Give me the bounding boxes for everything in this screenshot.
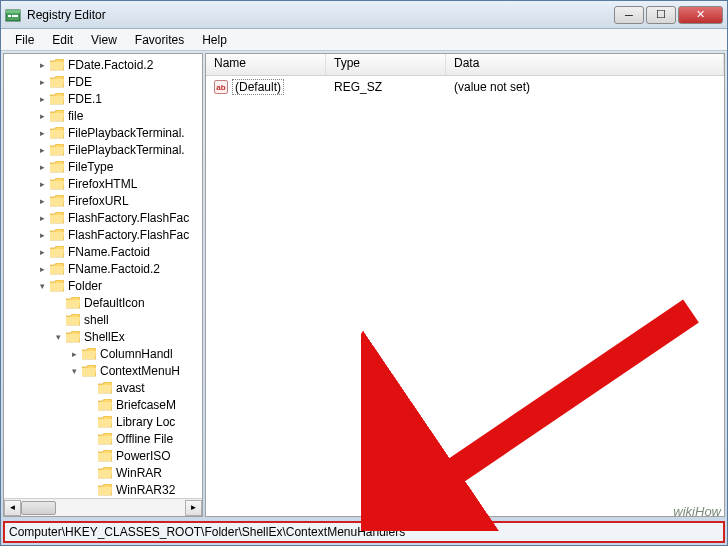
tree-leaf-spacer <box>52 314 64 326</box>
chevron-right-icon[interactable]: ▸ <box>36 93 48 105</box>
folder-icon <box>98 484 112 496</box>
tree-item[interactable]: ▾ContextMenuH <box>4 362 202 379</box>
menu-view[interactable]: View <box>83 31 125 49</box>
folder-icon <box>98 467 112 479</box>
tree-item-label: FilePlaybackTerminal. <box>68 143 185 157</box>
folder-icon <box>50 263 64 275</box>
folder-icon <box>66 331 80 343</box>
tree-item[interactable]: Offline File <box>4 430 202 447</box>
scroll-track[interactable] <box>21 500 185 516</box>
maximize-button[interactable]: ☐ <box>646 6 676 24</box>
list-body[interactable]: ab(Default)REG_SZ(value not set) <box>206 76 724 516</box>
scroll-right-button[interactable]: ► <box>185 500 202 516</box>
tree-item-label: FilePlaybackTerminal. <box>68 126 185 140</box>
tree-item[interactable]: ▸FilePlaybackTerminal. <box>4 124 202 141</box>
tree-item-label: FileType <box>68 160 113 174</box>
status-bar: Computer\HKEY_CLASSES_ROOT\Folder\ShellE… <box>3 521 725 543</box>
close-button[interactable]: ✕ <box>678 6 723 24</box>
chevron-right-icon[interactable]: ▸ <box>36 76 48 88</box>
tree-leaf-spacer <box>84 467 96 479</box>
folder-icon <box>50 246 64 258</box>
scroll-left-button[interactable]: ◄ <box>4 500 21 516</box>
window-title: Registry Editor <box>27 8 614 22</box>
tree-view[interactable]: ▸FDate.Factoid.2▸FDE▸FDE.1▸file▸FilePlay… <box>4 54 202 498</box>
tree-item[interactable]: ▸file <box>4 107 202 124</box>
tree-item[interactable]: ▸FileType <box>4 158 202 175</box>
tree-item[interactable]: ▸FirefoxHTML <box>4 175 202 192</box>
svg-rect-3 <box>12 15 18 17</box>
chevron-right-icon[interactable]: ▸ <box>36 110 48 122</box>
folder-icon <box>98 416 112 428</box>
tree-item[interactable]: WinRAR <box>4 464 202 481</box>
tree-item[interactable]: PowerISO <box>4 447 202 464</box>
tree-item[interactable]: WinRAR32 <box>4 481 202 498</box>
tree-pane: ▸FDate.Factoid.2▸FDE▸FDE.1▸file▸FilePlay… <box>3 53 203 517</box>
tree-item[interactable]: ▸FlashFactory.FlashFac <box>4 226 202 243</box>
chevron-right-icon[interactable]: ▸ <box>36 263 48 275</box>
tree-item-label: FlashFactory.FlashFac <box>68 228 189 242</box>
tree-item-label: BriefcaseM <box>116 398 176 412</box>
chevron-right-icon[interactable]: ▸ <box>36 229 48 241</box>
scroll-thumb[interactable] <box>21 501 56 515</box>
tree-item[interactable]: ▸FDE <box>4 73 202 90</box>
menu-help[interactable]: Help <box>194 31 235 49</box>
tree-leaf-spacer <box>84 382 96 394</box>
chevron-right-icon[interactable]: ▸ <box>36 195 48 207</box>
menu-file[interactable]: File <box>7 31 42 49</box>
list-row[interactable]: ab(Default)REG_SZ(value not set) <box>206 78 724 96</box>
tree-item[interactable]: DefaultIcon <box>4 294 202 311</box>
tree-item-label: FirefoxURL <box>68 194 129 208</box>
chevron-right-icon[interactable]: ▸ <box>36 212 48 224</box>
chevron-down-icon[interactable]: ▾ <box>68 365 80 377</box>
chevron-right-icon[interactable]: ▸ <box>36 144 48 156</box>
minimize-button[interactable]: ─ <box>614 6 644 24</box>
tree-item[interactable]: ▸FName.Factoid.2 <box>4 260 202 277</box>
tree-item-label: ShellEx <box>84 330 125 344</box>
titlebar: Registry Editor ─ ☐ ✕ <box>1 1 727 29</box>
tree-item[interactable]: ▸FilePlaybackTerminal. <box>4 141 202 158</box>
window: Registry Editor ─ ☐ ✕ File Edit View Fav… <box>0 0 728 546</box>
tree-item[interactable]: ▸FirefoxURL <box>4 192 202 209</box>
tree-leaf-spacer <box>84 484 96 496</box>
folder-icon <box>50 127 64 139</box>
folder-icon <box>98 382 112 394</box>
folder-icon <box>50 178 64 190</box>
chevron-right-icon[interactable]: ▸ <box>36 178 48 190</box>
regedit-icon <box>5 7 21 23</box>
svg-rect-2 <box>8 15 11 17</box>
tree-leaf-spacer <box>84 433 96 445</box>
folder-icon <box>82 348 96 360</box>
tree-item-label: FDE <box>68 75 92 89</box>
tree-item[interactable]: ▾Folder <box>4 277 202 294</box>
tree-item-label: FlashFactory.FlashFac <box>68 211 189 225</box>
chevron-right-icon[interactable]: ▸ <box>36 161 48 173</box>
tree-item[interactable]: ▸FName.Factoid <box>4 243 202 260</box>
chevron-right-icon[interactable]: ▸ <box>36 127 48 139</box>
tree-item[interactable]: shell <box>4 311 202 328</box>
window-controls: ─ ☐ ✕ <box>614 6 723 24</box>
tree-item[interactable]: BriefcaseM <box>4 396 202 413</box>
tree-item[interactable]: ▾ShellEx <box>4 328 202 345</box>
tree-item[interactable]: Library Loc <box>4 413 202 430</box>
tree-item[interactable]: ▸FDate.Factoid.2 <box>4 56 202 73</box>
tree-item[interactable]: ▸ColumnHandl <box>4 345 202 362</box>
tree-item-label: DefaultIcon <box>84 296 145 310</box>
menu-edit[interactable]: Edit <box>44 31 81 49</box>
tree-item[interactable]: ▸FlashFactory.FlashFac <box>4 209 202 226</box>
chevron-right-icon[interactable]: ▸ <box>36 246 48 258</box>
tree-horizontal-scrollbar[interactable]: ◄ ► <box>4 498 202 516</box>
tree-item-label: avast <box>116 381 145 395</box>
chevron-down-icon[interactable]: ▾ <box>36 280 48 292</box>
value-data: (value not set) <box>446 80 724 94</box>
menu-favorites[interactable]: Favorites <box>127 31 192 49</box>
svg-rect-1 <box>6 10 20 13</box>
chevron-down-icon[interactable]: ▾ <box>52 331 64 343</box>
folder-icon <box>98 399 112 411</box>
chevron-right-icon[interactable]: ▸ <box>68 348 80 360</box>
tree-item[interactable]: avast <box>4 379 202 396</box>
column-header-name[interactable]: Name <box>206 54 326 75</box>
tree-item[interactable]: ▸FDE.1 <box>4 90 202 107</box>
column-header-data[interactable]: Data <box>446 54 724 75</box>
chevron-right-icon[interactable]: ▸ <box>36 59 48 71</box>
column-header-type[interactable]: Type <box>326 54 446 75</box>
